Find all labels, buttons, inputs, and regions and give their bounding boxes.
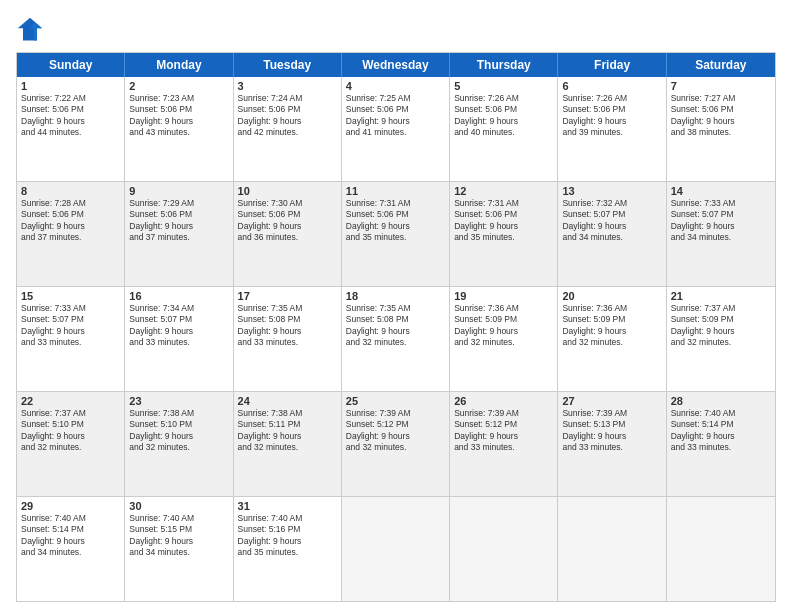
cell-info-line: Sunrise: 7:30 AM — [238, 198, 337, 209]
day-number: 14 — [671, 185, 771, 197]
cell-info-line: and 43 minutes. — [129, 127, 228, 138]
day-cell-16: 16Sunrise: 7:34 AMSunset: 5:07 PMDayligh… — [125, 287, 233, 391]
day-cell-18: 18Sunrise: 7:35 AMSunset: 5:08 PMDayligh… — [342, 287, 450, 391]
day-number: 3 — [238, 80, 337, 92]
day-cell-28: 28Sunrise: 7:40 AMSunset: 5:14 PMDayligh… — [667, 392, 775, 496]
cell-info-line: Sunset: 5:06 PM — [454, 209, 553, 220]
cell-info-line: Sunset: 5:10 PM — [129, 419, 228, 430]
cell-info-line: and 38 minutes. — [671, 127, 771, 138]
cell-info-line: Daylight: 9 hours — [238, 221, 337, 232]
day-cell-2: 2Sunrise: 7:23 AMSunset: 5:06 PMDaylight… — [125, 77, 233, 181]
cell-info-line: Sunrise: 7:26 AM — [562, 93, 661, 104]
cell-info-line: Sunset: 5:09 PM — [671, 314, 771, 325]
day-cell-15: 15Sunrise: 7:33 AMSunset: 5:07 PMDayligh… — [17, 287, 125, 391]
day-cell-24: 24Sunrise: 7:38 AMSunset: 5:11 PMDayligh… — [234, 392, 342, 496]
cell-info-line: Sunset: 5:13 PM — [562, 419, 661, 430]
cell-info-line: Sunset: 5:14 PM — [21, 524, 120, 535]
cell-info-line: Daylight: 9 hours — [346, 116, 445, 127]
calendar-week-1: 1Sunrise: 7:22 AMSunset: 5:06 PMDaylight… — [17, 77, 775, 182]
day-cell-10: 10Sunrise: 7:30 AMSunset: 5:06 PMDayligh… — [234, 182, 342, 286]
calendar-header: SundayMondayTuesdayWednesdayThursdayFrid… — [17, 53, 775, 77]
cell-info-line: Sunrise: 7:36 AM — [562, 303, 661, 314]
cell-info-line: Sunrise: 7:39 AM — [346, 408, 445, 419]
cell-info-line: Sunrise: 7:40 AM — [129, 513, 228, 524]
cell-info-line: Sunset: 5:14 PM — [671, 419, 771, 430]
day-number: 18 — [346, 290, 445, 302]
calendar-week-3: 15Sunrise: 7:33 AMSunset: 5:07 PMDayligh… — [17, 287, 775, 392]
cell-info-line: Sunrise: 7:24 AM — [238, 93, 337, 104]
cell-info-line: Sunrise: 7:40 AM — [21, 513, 120, 524]
day-number: 15 — [21, 290, 120, 302]
cell-info-line: Sunset: 5:07 PM — [671, 209, 771, 220]
cell-info-line: Sunset: 5:07 PM — [129, 314, 228, 325]
cell-info-line: Sunset: 5:16 PM — [238, 524, 337, 535]
cell-info-line: Sunset: 5:06 PM — [346, 104, 445, 115]
cell-info-line: Sunrise: 7:35 AM — [238, 303, 337, 314]
day-header-thursday: Thursday — [450, 53, 558, 77]
cell-info-line: Sunrise: 7:37 AM — [671, 303, 771, 314]
cell-info-line: and 35 minutes. — [346, 232, 445, 243]
cell-info-line: and 33 minutes. — [454, 442, 553, 453]
day-number: 2 — [129, 80, 228, 92]
day-header-tuesday: Tuesday — [234, 53, 342, 77]
cell-info-line: Sunset: 5:12 PM — [346, 419, 445, 430]
day-cell-25: 25Sunrise: 7:39 AMSunset: 5:12 PMDayligh… — [342, 392, 450, 496]
cell-info-line: and 36 minutes. — [238, 232, 337, 243]
day-number: 23 — [129, 395, 228, 407]
cell-info-line: Daylight: 9 hours — [238, 116, 337, 127]
day-number: 25 — [346, 395, 445, 407]
cell-info-line: Sunset: 5:06 PM — [21, 104, 120, 115]
day-number: 29 — [21, 500, 120, 512]
cell-info-line: and 44 minutes. — [21, 127, 120, 138]
day-cell-19: 19Sunrise: 7:36 AMSunset: 5:09 PMDayligh… — [450, 287, 558, 391]
calendar: SundayMondayTuesdayWednesdayThursdayFrid… — [16, 52, 776, 602]
cell-info-line: Sunset: 5:06 PM — [129, 104, 228, 115]
day-number: 21 — [671, 290, 771, 302]
day-number: 16 — [129, 290, 228, 302]
cell-info-line: Daylight: 9 hours — [129, 326, 228, 337]
cell-info-line: Sunrise: 7:27 AM — [671, 93, 771, 104]
cell-info-line: Daylight: 9 hours — [129, 116, 228, 127]
day-number: 20 — [562, 290, 661, 302]
empty-cell — [558, 497, 666, 601]
day-cell-31: 31Sunrise: 7:40 AMSunset: 5:16 PMDayligh… — [234, 497, 342, 601]
day-number: 27 — [562, 395, 661, 407]
cell-info-line: Sunset: 5:06 PM — [238, 209, 337, 220]
cell-info-line: Daylight: 9 hours — [129, 221, 228, 232]
cell-info-line: Sunrise: 7:31 AM — [346, 198, 445, 209]
day-cell-20: 20Sunrise: 7:36 AMSunset: 5:09 PMDayligh… — [558, 287, 666, 391]
cell-info-line: Daylight: 9 hours — [346, 431, 445, 442]
cell-info-line: and 32 minutes. — [454, 337, 553, 348]
cell-info-line: Daylight: 9 hours — [21, 116, 120, 127]
cell-info-line: and 33 minutes. — [671, 442, 771, 453]
cell-info-line: Sunset: 5:10 PM — [21, 419, 120, 430]
day-cell-11: 11Sunrise: 7:31 AMSunset: 5:06 PMDayligh… — [342, 182, 450, 286]
cell-info-line: and 32 minutes. — [21, 442, 120, 453]
cell-info-line: Daylight: 9 hours — [238, 431, 337, 442]
cell-info-line: and 32 minutes. — [346, 337, 445, 348]
day-header-monday: Monday — [125, 53, 233, 77]
cell-info-line: and 33 minutes. — [562, 442, 661, 453]
cell-info-line: Sunrise: 7:39 AM — [562, 408, 661, 419]
cell-info-line: Sunset: 5:06 PM — [129, 209, 228, 220]
day-cell-5: 5Sunrise: 7:26 AMSunset: 5:06 PMDaylight… — [450, 77, 558, 181]
day-number: 13 — [562, 185, 661, 197]
day-number: 10 — [238, 185, 337, 197]
cell-info-line: and 33 minutes. — [129, 337, 228, 348]
cell-info-line: Daylight: 9 hours — [129, 536, 228, 547]
cell-info-line: Sunset: 5:08 PM — [346, 314, 445, 325]
day-number: 8 — [21, 185, 120, 197]
cell-info-line: Sunset: 5:15 PM — [129, 524, 228, 535]
cell-info-line: and 34 minutes. — [562, 232, 661, 243]
cell-info-line: Sunrise: 7:33 AM — [21, 303, 120, 314]
cell-info-line: Sunrise: 7:39 AM — [454, 408, 553, 419]
day-number: 22 — [21, 395, 120, 407]
day-number: 11 — [346, 185, 445, 197]
cell-info-line: Sunrise: 7:38 AM — [129, 408, 228, 419]
cell-info-line: and 37 minutes. — [21, 232, 120, 243]
cell-info-line: and 32 minutes. — [129, 442, 228, 453]
svg-marker-0 — [18, 18, 43, 41]
cell-info-line: Sunrise: 7:23 AM — [129, 93, 228, 104]
cell-info-line: Sunrise: 7:40 AM — [238, 513, 337, 524]
cell-info-line: Sunrise: 7:35 AM — [346, 303, 445, 314]
